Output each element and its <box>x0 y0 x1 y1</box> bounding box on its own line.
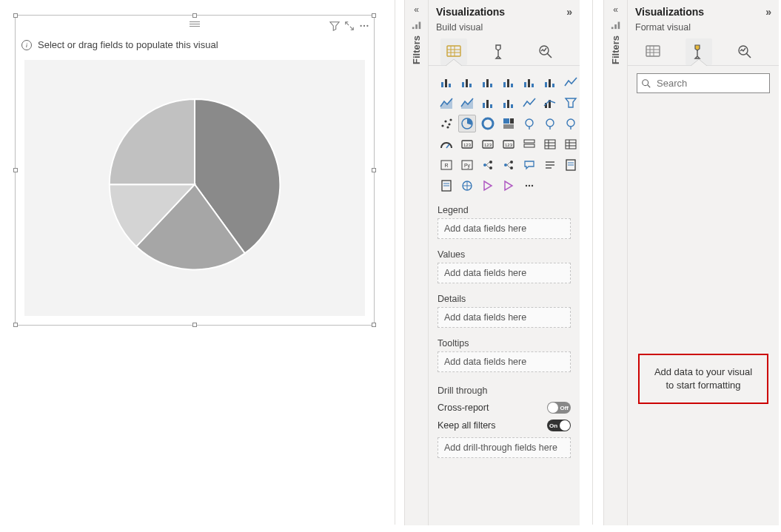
visual-placeholder-row: i Select or drag fields to populate this… <box>21 39 368 50</box>
filters-pane-collapsed[interactable]: « Filters <box>404 0 428 525</box>
viz-type-pie[interactable] <box>458 115 476 132</box>
viz-type-power-apps[interactable] <box>479 177 497 195</box>
analytics-tab[interactable] <box>532 38 559 65</box>
svg-rect-16 <box>462 82 464 87</box>
pane-subtitle: Build visual <box>429 22 580 36</box>
format-empty-line1: Add data to your visual <box>646 366 761 379</box>
svg-rect-97 <box>614 24 617 29</box>
viz-type-power-automate[interactable] <box>500 177 517 195</box>
values-well[interactable]: Add data fields here <box>438 263 571 283</box>
viz-type-gauge[interactable] <box>438 135 455 153</box>
viz-type-funnel[interactable] <box>562 94 580 112</box>
filters-label[interactable]: Filters <box>610 36 621 64</box>
report-canvas[interactable]: i Select or drag fields to populate this… <box>10 10 379 330</box>
format-search-input[interactable] <box>637 73 770 93</box>
viz-type-paginated-report[interactable] <box>438 177 455 195</box>
viz-type-key-influencers[interactable] <box>479 156 497 174</box>
viz-type-stacked-area[interactable] <box>458 94 476 112</box>
collapse-icon[interactable]: » <box>566 6 572 18</box>
drag-handle-icon[interactable] <box>190 21 200 27</box>
expand-left-icon[interactable]: « <box>414 4 419 15</box>
svg-rect-61 <box>545 140 555 149</box>
viz-type-decomposition-tree[interactable] <box>500 156 517 174</box>
build-visual-tab[interactable] <box>440 38 467 65</box>
svg-point-79 <box>510 161 513 164</box>
svg-rect-48 <box>503 124 514 129</box>
viz-type-more-visuals[interactable] <box>520 177 538 195</box>
viz-type-metrics[interactable] <box>562 156 580 174</box>
viz-type-clustered-column[interactable] <box>500 73 517 91</box>
filters-label[interactable]: Filters <box>411 36 422 64</box>
viz-type-area[interactable] <box>438 94 455 112</box>
svg-rect-18 <box>469 84 472 87</box>
svg-line-76 <box>486 162 489 165</box>
tooltips-label: Tooltips <box>438 338 571 349</box>
placeholder-text: Select or drag fields to populate this v… <box>38 39 218 50</box>
viz-type-arcgis[interactable] <box>458 177 476 195</box>
viz-type-100-stacked-bar[interactable] <box>520 73 538 91</box>
svg-rect-25 <box>524 82 526 87</box>
viz-type-table[interactable] <box>541 135 559 153</box>
resize-handle-mr[interactable] <box>372 168 376 172</box>
filters-pane-collapsed-2[interactable]: « Filters <box>603 0 627 525</box>
viz-type-multi-row-card[interactable]: 123 <box>479 135 497 153</box>
viz-type-ribbon[interactable] <box>520 94 538 112</box>
pane-title: Visualizations <box>436 6 505 18</box>
viz-type-100-stacked-column[interactable] <box>541 73 559 91</box>
svg-rect-5 <box>418 22 420 30</box>
viz-type-card[interactable]: 123 <box>458 135 476 153</box>
svg-rect-60 <box>524 144 534 147</box>
viz-type-stacked-column[interactable] <box>458 73 476 91</box>
tooltips-well[interactable]: Add data fields here <box>438 351 571 372</box>
format-visual-tab[interactable] <box>686 38 712 65</box>
resize-handle-br[interactable] <box>372 323 376 327</box>
analytics-tab[interactable] <box>731 38 758 65</box>
legend-well-section: Legend Add data fields here <box>438 205 571 239</box>
values-well-section: Values Add data fields here <box>438 249 571 283</box>
viz-type-line-clustered-column[interactable] <box>500 94 517 112</box>
viz-type-clustered-bar[interactable] <box>479 73 497 91</box>
keep-filters-toggle[interactable]: On <box>547 420 571 431</box>
svg-rect-29 <box>549 79 551 87</box>
resize-handle-ml[interactable] <box>13 168 18 172</box>
svg-text:123: 123 <box>484 143 492 147</box>
filter-icon[interactable] <box>329 21 340 31</box>
cross-report-toggle[interactable]: Off <box>547 402 571 414</box>
viz-type-scatter[interactable] <box>438 115 455 132</box>
focus-mode-icon[interactable] <box>344 21 355 31</box>
viz-type-smart-narrative[interactable] <box>541 156 559 174</box>
visual-container[interactable]: i Select or drag fields to populate this… <box>15 15 375 326</box>
drill-through-well[interactable]: Add drill-through fields here <box>438 437 571 458</box>
viz-type-stacked-bar[interactable] <box>438 73 455 91</box>
svg-rect-20 <box>486 79 489 87</box>
svg-line-81 <box>507 162 510 165</box>
viz-type-donut[interactable] <box>479 115 497 132</box>
viz-type-line[interactable] <box>562 73 580 91</box>
more-options-icon[interactable] <box>359 21 369 31</box>
legend-well[interactable]: Add data fields here <box>438 218 571 239</box>
svg-rect-23 <box>507 79 509 87</box>
format-visual-tab[interactable] <box>486 38 513 65</box>
chart-area <box>24 60 365 316</box>
viz-type-qa[interactable] <box>520 156 538 174</box>
resize-handle-bc[interactable] <box>192 323 197 327</box>
viz-type-py-visual[interactable]: Py <box>458 156 476 174</box>
svg-rect-24 <box>511 84 513 87</box>
viz-type-filled-map[interactable] <box>541 115 559 132</box>
expand-left-icon[interactable]: « <box>613 4 618 15</box>
viz-type-treemap[interactable] <box>500 115 517 132</box>
build-visual-tab[interactable] <box>640 38 666 65</box>
viz-type-matrix[interactable] <box>562 135 580 153</box>
viz-type-r-visual[interactable]: R <box>438 156 455 174</box>
viz-type-slicer[interactable] <box>520 135 538 153</box>
viz-type-kpi[interactable]: 123 <box>500 135 517 153</box>
svg-line-77 <box>486 165 489 168</box>
search-wrap <box>637 73 770 93</box>
collapse-icon[interactable]: » <box>765 6 771 18</box>
details-well[interactable]: Add data fields here <box>438 307 571 328</box>
resize-handle-bl[interactable] <box>13 323 18 327</box>
viz-type-waterfall[interactable] <box>541 94 559 112</box>
viz-type-line-stacked-column[interactable] <box>479 94 497 112</box>
viz-type-map[interactable] <box>520 115 538 132</box>
viz-type-azure-map[interactable] <box>562 115 580 132</box>
